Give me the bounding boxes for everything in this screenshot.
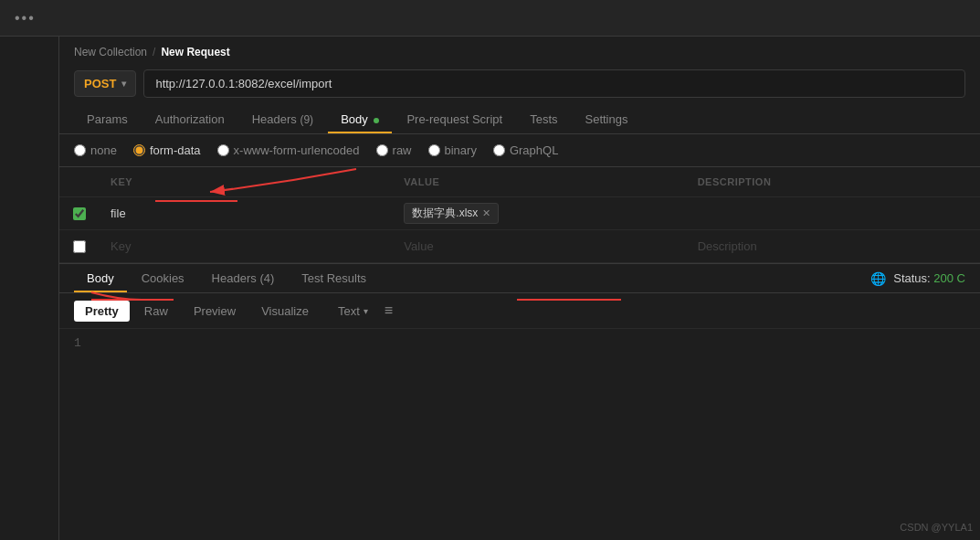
- status-area: 🌐 Status: 200 C: [870, 271, 965, 286]
- body-type-none[interactable]: none: [74, 143, 117, 157]
- chevron-down-icon: ▾: [364, 306, 368, 316]
- tab-authorization[interactable]: Authorization: [142, 105, 237, 133]
- url-bar: POST ▾: [59, 66, 980, 105]
- col-check: [59, 173, 100, 191]
- file-tag: 数据字典.xlsx ✕: [404, 203, 499, 224]
- sidebar-strip: [0, 37, 59, 540]
- row-desc-col: [687, 208, 980, 219]
- tab-tests[interactable]: Tests: [517, 105, 570, 133]
- line-1: 1: [74, 336, 81, 350]
- tab-params[interactable]: Params: [74, 105, 141, 133]
- headers-badge: (9): [300, 113, 313, 126]
- tab-settings[interactable]: Settings: [573, 105, 641, 133]
- resp-headers-badge: (4): [259, 271, 274, 285]
- main-wrapper: New Collection / New Request POST ▾ Para…: [0, 37, 980, 540]
- line-numbers: 1: [74, 336, 81, 533]
- chevron-down-icon: ▾: [121, 79, 126, 89]
- breadcrumb-collection[interactable]: New Collection: [74, 46, 147, 58]
- body-type-urlencoded[interactable]: x-www-form-urlencoded: [217, 143, 360, 157]
- col-value: VALUE: [393, 173, 686, 191]
- method-label: POST: [84, 77, 116, 90]
- request-tabs: Params Authorization Headers (9) Body Pr…: [59, 105, 980, 134]
- key-placeholder: Key: [111, 239, 131, 253]
- form-data-table: KEY VALUE DESCRIPTION file 数据字典.xlsx ✕: [59, 166, 980, 263]
- view-visualize-button[interactable]: Visualize: [250, 301, 320, 322]
- body-dot: [374, 118, 379, 123]
- row-checkbox-col: [59, 202, 100, 226]
- response-toolbar: Pretty Raw Preview Visualize Text ▾ ≡: [59, 293, 980, 329]
- row-key-col: file: [100, 201, 393, 226]
- breadcrumb-current: New Request: [161, 46, 229, 58]
- close-icon[interactable]: ✕: [482, 207, 490, 219]
- format-select[interactable]: Text ▾: [331, 301, 375, 322]
- breadcrumb-separator: /: [153, 46, 155, 58]
- wrap-button[interactable]: ≡: [379, 299, 398, 323]
- tab-pre-request[interactable]: Pre-request Script: [394, 105, 515, 133]
- empty-row-checkbox[interactable]: [73, 240, 86, 253]
- response-section: Body Cookies Headers (4) Test Results 🌐 …: [59, 263, 980, 540]
- col-description: DESCRIPTION: [687, 173, 980, 191]
- body-type-binary[interactable]: binary: [428, 143, 477, 157]
- table-empty-row: Key Value Description: [59, 230, 980, 263]
- response-tabs: Body Cookies Headers (4) Test Results 🌐 …: [59, 264, 980, 293]
- top-bar: •••: [0, 0, 980, 37]
- body-type-form-data[interactable]: form-data: [133, 143, 201, 157]
- url-input[interactable]: [143, 69, 965, 98]
- resp-tab-test-results[interactable]: Test Results: [289, 264, 379, 292]
- resp-tab-cookies[interactable]: Cookies: [129, 264, 197, 292]
- row-value-col: 数据字典.xlsx ✕: [393, 197, 686, 229]
- format-label: Text: [338, 304, 360, 318]
- table-row: file 数据字典.xlsx ✕: [59, 197, 980, 230]
- table-header: KEY VALUE DESCRIPTION: [59, 167, 980, 197]
- empty-key-col: Key: [100, 234, 393, 259]
- globe-icon: 🌐: [870, 271, 886, 286]
- body-type-raw[interactable]: raw: [376, 143, 412, 157]
- method-select[interactable]: POST ▾: [74, 70, 136, 97]
- empty-value-col: Value: [393, 234, 686, 259]
- value-placeholder: Value: [404, 239, 433, 253]
- breadcrumb: New Collection / New Request: [59, 37, 980, 66]
- resp-tab-body[interactable]: Body: [74, 264, 127, 292]
- resp-tab-headers[interactable]: Headers (4): [199, 264, 288, 292]
- desc-placeholder: Description: [698, 239, 757, 253]
- view-preview-button[interactable]: Preview: [183, 301, 247, 322]
- body-type-graphql[interactable]: GraphQL: [493, 143, 558, 157]
- main-content: New Collection / New Request POST ▾ Para…: [59, 37, 980, 540]
- body-type-row: none form-data x-www-form-urlencoded raw…: [59, 134, 980, 166]
- tab-body[interactable]: Body: [328, 105, 392, 133]
- col-key: KEY: [100, 173, 393, 191]
- watermark: CSDN @YYLA1: [900, 522, 973, 533]
- view-pretty-button[interactable]: Pretty: [74, 301, 130, 322]
- row-key-value: file: [111, 206, 126, 220]
- empty-checkbox-col: [59, 235, 100, 259]
- status-badge: Status: 200 C: [893, 271, 965, 285]
- file-name: 数据字典.xlsx: [412, 206, 478, 221]
- view-raw-button[interactable]: Raw: [133, 301, 179, 322]
- menu-dots[interactable]: •••: [15, 10, 36, 26]
- tab-headers[interactable]: Headers (9): [239, 105, 326, 133]
- empty-desc-col: Description: [687, 234, 980, 259]
- code-area: 1: [59, 329, 980, 540]
- row-checkbox[interactable]: [73, 207, 86, 220]
